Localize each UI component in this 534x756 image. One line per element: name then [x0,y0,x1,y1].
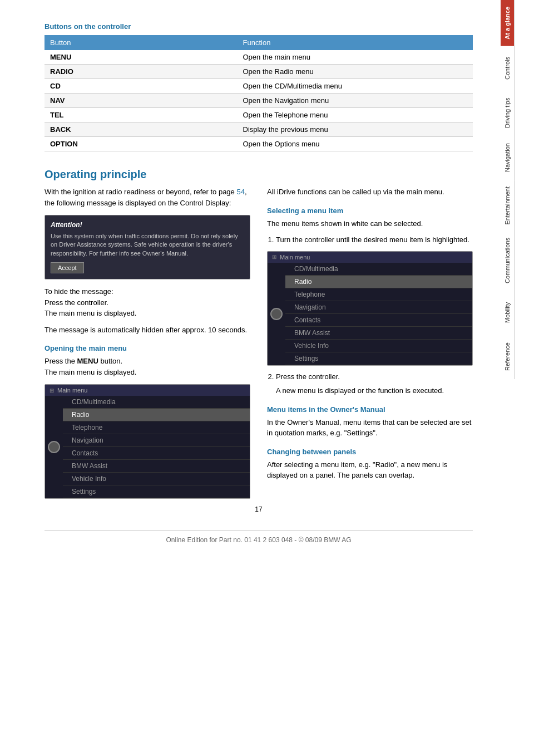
function-cell: Open the main menu [238,50,473,65]
button-cell: BACK [44,122,238,137]
table-row: OPTIONOpen the Options menu [44,137,473,151]
menu-knob [48,441,60,453]
menu-knob-area [45,396,63,498]
page-footer: Online Edition for Part no. 01 41 2 603 … [44,530,473,544]
menu-layout-right: CD/MultimediaRadioTelephoneNavigationCon… [268,263,472,365]
menu-icon: ⊞ [50,387,54,394]
table-header-row: Button Function [44,35,473,50]
table-row: MENUOpen the main menu [44,50,473,65]
selecting-menu-item-title: Selecting a menu item [267,207,473,215]
menu-knob-area-right [268,263,285,365]
right-column: All iDrive functions can be called up vi… [267,186,473,505]
buttons-table: Button Function MENUOpen the main menuRA… [44,35,473,151]
step-1: Turn the controller until the desired me… [276,234,473,246]
menu-item: Contacts [285,314,472,327]
opening-main-menu-title: Opening the main menu [44,344,250,352]
menu-item: BMW Assist [285,327,472,340]
auto-hide-text: The message is automatically hidden afte… [44,325,250,336]
table-row: TELOpen the Telephone menu [44,108,473,122]
col2-header: Function [238,35,473,50]
page-number: 17 [44,505,473,513]
press-text: Press the [44,357,77,365]
sidebar-tab-controls[interactable]: Controls [501,46,515,91]
menu-item: Telephone [63,421,250,434]
function-cell: Display the previous menu [238,122,473,137]
menu-item: Settings [285,352,472,365]
menu-item: Settings [63,485,250,498]
sidebar-tab-entertainment[interactable]: Entertainment [501,180,515,231]
menu-header-label-right: Main menu [280,254,310,261]
table-row: BACKDisplay the previous menu [44,122,473,137]
page-container: Buttons on the controller Button Functio… [0,0,534,756]
menu-knob-right [270,308,283,320]
sidebar-tab-mobility[interactable]: Mobility [501,290,515,335]
attention-header: Attention! [51,221,244,229]
menu-item: Radio [285,276,472,288]
menu-item: Telephone [285,288,472,301]
menu-item: CD/Multimedia [63,396,250,409]
function-cell: Open the Options menu [238,137,473,151]
menu-header-right: ⊞ Main menu [268,252,472,263]
menu-item: Navigation [63,434,250,447]
button-text: button. [98,357,122,365]
table-row: NAVOpen the Navigation menu [44,94,473,108]
intro-text1: With the ignition at radio readiness or … [44,188,236,196]
menu-bold: MENU [77,357,98,365]
selecting-steps: Turn the controller until the desired me… [276,234,473,246]
buttons-section-title: Buttons on the controller [44,22,473,31]
sidebar-tab-reference[interactable]: Reference [501,335,515,379]
menu-item: Vehicle Info [285,340,472,352]
menu-items-owners-manual-text: In the Owner's Manual, menu items that c… [267,417,473,439]
menu-displayed-text: The main menu is displayed. [44,368,136,376]
menu-header-label: Main menu [57,387,87,394]
changing-panels-text: After selecting a menu item, e.g. "Radio… [267,459,473,481]
button-cell: OPTION [44,137,238,151]
function-cell: Open the Telephone menu [238,108,473,122]
hide-message-text: To hide the message:Press the controller… [44,286,250,319]
table-row: RADIOOpen the Radio menu [44,65,473,79]
sidebar-tab-driving-tips[interactable]: Driving tips [501,91,515,135]
sidebar-tab-communications[interactable]: Communications [501,231,515,290]
menu-items-owners-manual-title: Menu items in the Owner's Manual [267,405,473,414]
step-2: Press the controller. [276,371,473,382]
menu-icon-right: ⊞ [272,254,276,260]
menu-items-left: CD/MultimediaRadioTelephoneNavigationCon… [63,396,250,498]
op-title: Operating principle [44,168,473,181]
selecting-menu-item-text: The menu items shown in white can be sel… [267,218,473,229]
menu-item: Radio [63,409,250,421]
attention-text: Use this system only when traffic condit… [51,232,244,258]
all-functions-text: All iDrive functions can be called up vi… [267,186,473,198]
menu-layout: CD/MultimediaRadioTelephoneNavigationCon… [45,396,250,498]
main-content: Buttons on the controller Button Functio… [0,0,501,756]
table-row: CDOpen the CD/Multimedia menu [44,79,473,94]
button-cell: NAV [44,94,238,108]
menu-items-right: CD/MultimediaRadioTelephoneNavigationCon… [285,263,472,365]
attention-screenshot: Attention! Use this system only when tra… [44,215,250,279]
opening-main-menu-text: Press the MENU button. The main menu is … [44,356,250,377]
button-cell: CD [44,79,238,94]
menu-item: BMW Assist [63,460,250,473]
col1-header: Button [44,35,238,50]
menu-item: CD/Multimedia [285,263,472,276]
function-cell: Open the CD/Multimedia menu [238,79,473,94]
main-menu-screenshot-right: ⊞ Main menu CD/MultimediaRadioTelephoneN… [267,251,473,366]
buttons-section: Buttons on the controller Button Functio… [44,22,473,151]
right-sidebar: At a glanceControlsDriving tipsNavigatio… [501,0,534,756]
button-cell: MENU [44,50,238,65]
intro-paragraph: With the ignition at radio readiness or … [44,186,250,208]
menu-header: ⊞ Main menu [45,385,250,396]
button-cell: TEL [44,108,238,122]
two-col-layout: With the ignition at radio readiness or … [44,186,473,505]
function-cell: Open the Navigation menu [238,94,473,108]
menu-item: Navigation [285,301,472,314]
function-cell: Open the Radio menu [238,65,473,79]
sidebar-tab-at-a-glance[interactable]: At a glance [501,0,515,46]
sidebar-tab-navigation[interactable]: Navigation [501,135,515,180]
step2-result: A new menu is displayed or the function … [276,385,473,396]
menu-item: Contacts [63,447,250,460]
button-cell: RADIO [44,65,238,79]
changing-panels-title: Changing between panels [267,448,473,456]
intro-link[interactable]: 54 [236,188,244,196]
sidebar-tabs-container: At a glanceControlsDriving tipsNavigatio… [501,0,534,379]
menu-item: Vehicle Info [63,473,250,485]
